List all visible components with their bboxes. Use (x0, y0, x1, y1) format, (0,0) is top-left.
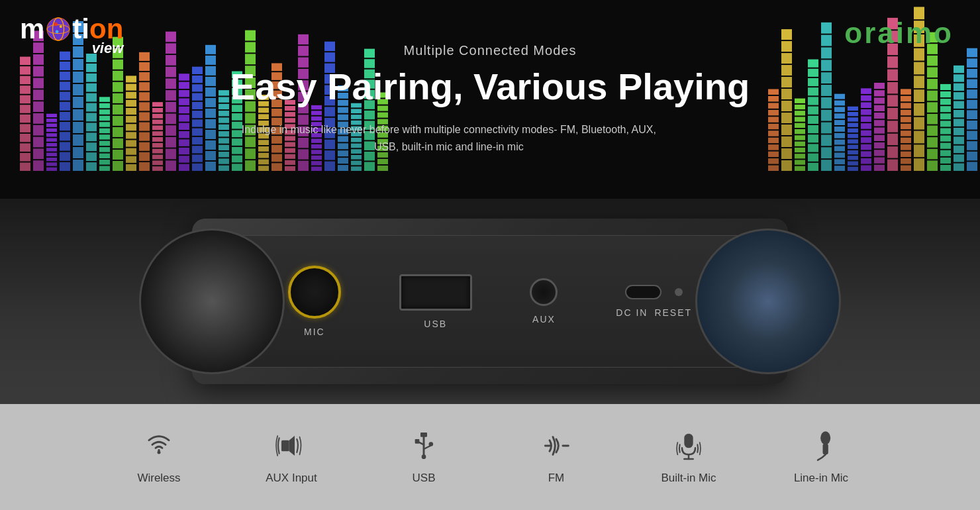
speaker-left-driver (139, 229, 285, 374)
top-section: m ti on view (0, 0, 980, 199)
aux-port-item: AUX (530, 278, 558, 325)
mic-label: MIC (304, 327, 325, 337)
aux-input-icon (275, 429, 308, 462)
speaker-panel: MIC USB AUX (192, 219, 788, 384)
svg-point-3 (54, 23, 58, 26)
svg-line-12 (424, 446, 430, 449)
builtin-mic-icon (672, 429, 705, 462)
port-panel: MIC USB AUX (232, 235, 748, 368)
dc-reset-group: DC IN RESET (616, 285, 692, 318)
speaker-right-driver (695, 229, 841, 374)
page-wrapper: m ti on view (0, 0, 980, 510)
usb-slot (399, 274, 472, 311)
builtin-mic-label: Built-in Mic (661, 472, 716, 485)
connectivity-wireless: Wireless (93, 429, 225, 485)
svg-point-0 (47, 18, 70, 40)
reset-label: RESET (654, 307, 692, 318)
dc-reset-labels: DC IN RESET (616, 307, 692, 318)
connectivity-section: Wireless AUX Input (0, 404, 980, 510)
connectivity-builtin-mic: Built-in Mic (622, 429, 755, 485)
usb-label: USB (424, 319, 447, 329)
subtitle: Multiple Connected Modes (230, 43, 750, 58)
oraimo-text: oraimo (844, 17, 954, 49)
speaker-section: MIC USB AUX (0, 199, 980, 404)
connectivity-usb: USB (358, 429, 490, 485)
aux-label: AUX (532, 314, 556, 325)
usb-port-item: USB (399, 274, 472, 329)
dc-reset-row (625, 285, 683, 299)
top-content: Multiple Connected Modes Easy Pairing, V… (230, 43, 750, 155)
reset-button (675, 288, 683, 296)
main-title: Easy Pairing, Various Playing (230, 65, 750, 108)
svg-point-6 (158, 451, 161, 454)
brand-logo: m ti on view (20, 13, 123, 45)
aux-jack (530, 278, 558, 306)
svg-marker-8 (289, 436, 295, 456)
logo-m: m (20, 13, 44, 45)
svg-rect-7 (281, 440, 289, 452)
svg-point-15 (422, 454, 426, 459)
usb-label: USB (413, 472, 436, 485)
aux-input-label: AUX Input (266, 472, 317, 485)
wireless-label: Wireless (137, 472, 180, 485)
usb-icon (407, 429, 440, 462)
logo-globe-icon (46, 17, 71, 42)
svg-point-4 (60, 25, 62, 28)
linein-mic-icon (805, 429, 838, 462)
connectivity-fm: FM (490, 429, 622, 485)
wireless-icon (142, 429, 175, 462)
logo-tion: ti (72, 13, 89, 45)
oraimo-logo: oraimo (844, 17, 954, 50)
connectivity-aux: AUX Input (225, 429, 358, 485)
svg-point-21 (820, 431, 830, 444)
svg-point-5 (56, 30, 59, 33)
mic-port-item: MIC (288, 266, 341, 337)
dcin-label: DC IN (616, 307, 648, 318)
linein-mic-label: Line-in Mic (794, 472, 848, 485)
mic-jack-port (288, 266, 341, 319)
fm-label: FM (548, 472, 565, 485)
svg-rect-13 (415, 439, 420, 444)
logo-view-text: view (92, 40, 124, 57)
description: Indulge in music like never before with … (230, 121, 667, 155)
svg-rect-22 (823, 444, 828, 455)
dc-in-port (625, 285, 662, 299)
connectivity-linein-mic: Line-in Mic (755, 429, 887, 485)
svg-point-14 (429, 442, 434, 446)
fm-icon (540, 429, 573, 462)
svg-rect-18 (684, 434, 693, 448)
